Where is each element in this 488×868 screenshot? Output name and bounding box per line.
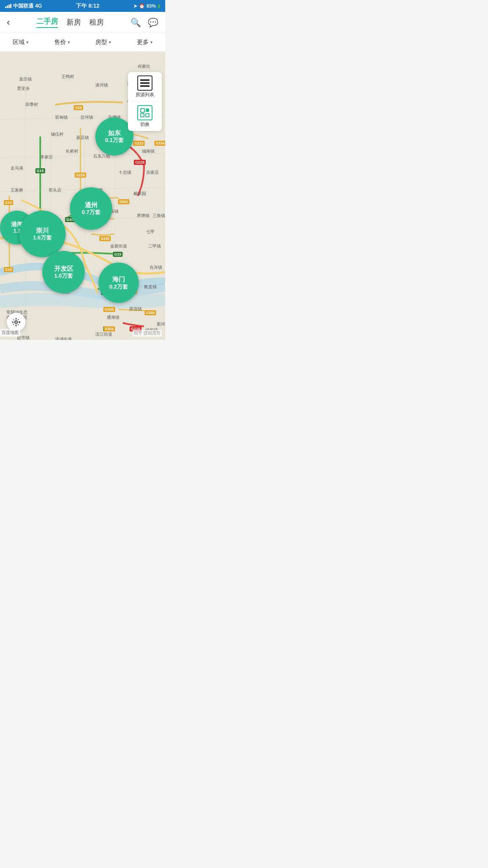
status-bar: 中国联通 4G 下午 8:12 ➤ ⏰ 83% ▮ — [0, 0, 165, 12]
map-panel: 房源列表 切换 — [128, 72, 162, 131]
bubble-kaifaqu[interactable]: 开发区1.0万套 — [42, 251, 85, 293]
filter-price-arrow: ▾ — [68, 40, 70, 45]
list-view-button[interactable]: 房源列表 — [131, 75, 158, 98]
panel-divider — [131, 101, 158, 102]
bubble-count: 0.7万套 — [82, 209, 100, 216]
bubble-count: 1.6万套 — [33, 234, 52, 242]
svg-point-9 — [13, 319, 19, 326]
baidu-logo: 百度地图 — [0, 329, 20, 337]
switch-view-button[interactable]: 切换 — [131, 105, 158, 128]
switch-icon — [137, 105, 152, 120]
filter-area[interactable]: 区域 ▾ — [13, 39, 28, 46]
bubble-name: 崇川 — [36, 226, 49, 235]
svg-rect-7 — [146, 114, 149, 117]
signal-bars — [5, 4, 11, 8]
list-icon — [137, 75, 152, 91]
filter-type-arrow: ▾ — [109, 40, 111, 45]
filter-area-label: 区域 — [13, 39, 25, 46]
bubble-haimen[interactable]: 海门0.2万套 — [99, 263, 139, 303]
bubble-count: 0.2万套 — [109, 283, 128, 290]
tab-new-house[interactable]: 新房 — [67, 17, 81, 27]
nav-icons: 🔍 💬 — [130, 17, 158, 28]
filter-price-label: 售价 — [54, 39, 66, 46]
bubble-name: 通州 — [85, 201, 97, 209]
svg-rect-3 — [140, 85, 150, 87]
filter-more-label: 更多 — [137, 39, 149, 46]
switch-view-label: 切换 — [140, 121, 150, 128]
svg-rect-2 — [140, 82, 150, 84]
filter-area-arrow: ▾ — [26, 40, 28, 45]
nav-tabs: 二手房 新房 租房 — [36, 17, 104, 28]
bubble-name: 如东 — [108, 129, 121, 137]
svg-rect-1 — [140, 79, 150, 81]
message-icon[interactable]: 💬 — [148, 17, 158, 28]
status-left: 中国联通 4G — [5, 3, 42, 10]
battery-label: 83% — [147, 3, 156, 8]
bubble-name: 海门 — [112, 275, 125, 284]
zhihu-watermark: 知乎 @卤蛋营 — [133, 330, 162, 337]
filter-more-arrow: ▾ — [150, 40, 152, 45]
bubble-name: 开发区 — [54, 264, 73, 273]
svg-rect-6 — [141, 114, 144, 117]
filter-more[interactable]: 更多 ▾ — [137, 39, 152, 46]
list-view-label: 房源列表 — [136, 92, 154, 98]
tab-second-hand[interactable]: 二手房 — [36, 17, 58, 28]
bubble-count: 1.0万套 — [54, 273, 73, 280]
bubble-count: 0.1万套 — [105, 137, 124, 144]
filter-bar: 区域 ▾ 售价 ▾ 房型 ▾ 更多 ▾ — [0, 33, 165, 52]
status-right: ➤ ⏰ 83% ▮ — [133, 3, 160, 9]
filter-type[interactable]: 房型 ▾ — [95, 39, 111, 46]
svg-rect-5 — [146, 108, 149, 112]
search-icon[interactable]: 🔍 — [130, 17, 141, 28]
bubble-chongchuan[interactable]: 崇川1.6万套 — [19, 211, 66, 257]
carrier-label: 中国联通 — [13, 3, 33, 10]
tab-rent[interactable]: 租房 — [89, 17, 104, 27]
svg-rect-4 — [141, 108, 144, 112]
back-button[interactable]: ‹ — [7, 17, 10, 28]
map-container[interactable]: 袁庄镇何家灶凌河镇王鸭村景安乡茁镇街道杨窑村田季村双甸镇岔河镇马塘镇环镇锡伍村新… — [0, 52, 165, 340]
alarm-icon: ⏰ — [139, 3, 145, 9]
time-label: 下午 8:12 — [76, 2, 100, 10]
baidu-watermark: 百度地图 — [0, 329, 20, 337]
filter-type-label: 房型 — [95, 39, 107, 46]
bubble-tongzhou[interactable]: 通州0.7万套 — [70, 187, 112, 230]
filter-price[interactable]: 售价 ▾ — [54, 39, 70, 46]
nav-bar: ‹ 二手房 新房 租房 🔍 💬 — [0, 12, 165, 33]
location-icon: ➤ — [133, 3, 137, 9]
network-label: 4G — [35, 3, 42, 9]
battery-icon: ▮ — [158, 3, 160, 9]
svg-point-8 — [15, 321, 17, 323]
